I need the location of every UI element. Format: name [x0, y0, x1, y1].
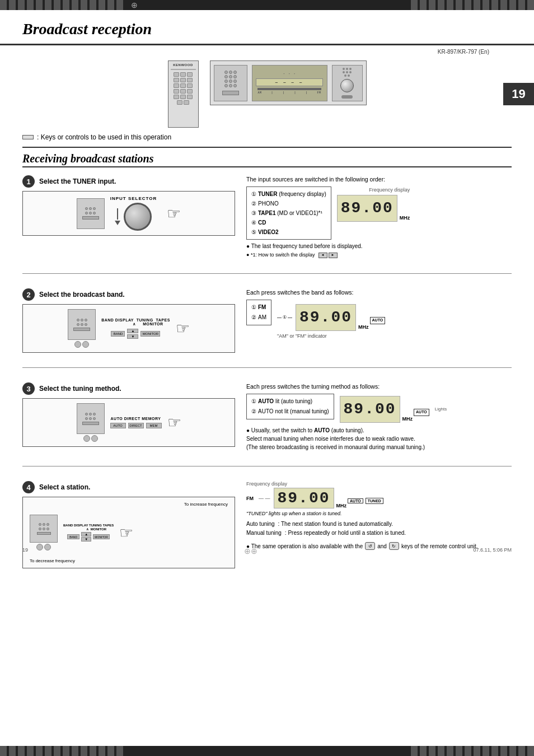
step1-note1: ● The last frequency tuned before is dis… [246, 242, 512, 250]
page-footer: 19 ⊕ 07.6.11, 5:06 PM [0, 545, 534, 557]
step4-freq-display: 89.00 MHz AUTO TUNED [274, 488, 383, 508]
step2-hand-icon: ☞ [176, 319, 190, 338]
step1-source-2: ②PHONO [251, 199, 326, 208]
step3-note-auto: ● Usually, set the switch to AUTO (auto … [246, 426, 512, 435]
auto-tuning-key: Auto tuning [246, 520, 275, 529]
step1-freq-display: 89.00 MHz [337, 195, 410, 222]
top-device-area: KENWOOD [22, 60, 512, 128]
step2-am-fm-note: "AM" or "FM" indicator [277, 333, 385, 340]
amp-illustration: · · · — — — — AM||||FM [210, 60, 367, 105]
step-2-right: Each press switches the band as follows:… [246, 288, 512, 340]
legend: : Keys or controls to be used in this op… [22, 133, 512, 141]
step-2-desc: Each press switches the band as follows:… [246, 288, 512, 340]
step4-decrease-label: To decrease frequency [30, 558, 75, 563]
step3-controls: AUTO DIRECT MEMORY AUTO DIRECT MEM [110, 417, 162, 428]
step-1-left: 1 Select the TUNER input. [22, 175, 235, 236]
step4-fm-badge: FM [246, 496, 254, 501]
step-4-label: Select a station. [39, 483, 90, 491]
step3-device [77, 403, 105, 442]
legend-rect [22, 135, 34, 139]
step-1-label: Select the TUNER input. [39, 178, 116, 185]
step-2-label: Select the broadcast band. [39, 291, 125, 298]
mini-btn-left: ◄ [318, 253, 327, 258]
step-1-right: The input sources are switched in the fo… [246, 175, 512, 259]
amp-display-panel: · · · — — — — AM||||FM [252, 65, 327, 101]
page-title: Broadcast reception [22, 20, 512, 38]
step4-tuned-badge: TUNED [366, 498, 383, 504]
step3-note-manual: Select manual tuning when noise interfer… [246, 435, 512, 443]
step-2-row: 2 Select the broadcast band. [22, 288, 512, 353]
step1-freq-digits: 89.00 [337, 195, 397, 222]
step3-note-stereo: (The stereo broadcasting is received in … [246, 443, 512, 451]
step-3-row: 3 Select the tuning method. [22, 382, 512, 451]
step-3-illustration: AUTO DIRECT MEMORY AUTO DIRECT MEM ☞ [22, 398, 235, 447]
step4-hand-icon: ☞ [119, 524, 133, 542]
step-4-illustration: To increase frequency [22, 497, 235, 568]
mini-btn-right: ► [329, 253, 338, 258]
step3-freq-unit: MHz [402, 416, 413, 423]
step3-right-title: Each press switches the turning method a… [246, 382, 512, 391]
step1-source-list: ①TUNER (frequency display) ②PHONO ③TAPE1… [246, 186, 331, 240]
step-3-number: 3 [22, 382, 35, 395]
step1-knob [124, 203, 152, 231]
step3-display-area: 89.00 MHz AUTO Lights [340, 394, 447, 423]
step-3-label: Select the tuning method. [39, 385, 121, 393]
manual-tuning-note: Manual tuning : Press repeatedly or hold… [246, 529, 512, 538]
step-1-row: 1 Select the TUNER input. [22, 175, 512, 259]
step2-right-title: Each press switches the band as follows: [246, 288, 512, 297]
step1-source-4: ④CD [251, 218, 326, 227]
step2-illus-label: BAND DISPLAY TUNING TAPES ∧ MONITOR [101, 318, 170, 326]
page-header: Broadcast reception [0, 10, 534, 45]
step1-right-title: The input sources are switched in the fo… [246, 175, 512, 184]
step3-illus-label: AUTO DIRECT MEMORY [111, 417, 161, 421]
step-3-desc: Each press switches the turning method a… [246, 382, 512, 451]
top-strip-left [0, 0, 123, 10]
step2-auto-indicator: AUTO [370, 317, 386, 324]
tuning-notes: Auto tuning : The next station found is … [246, 520, 512, 538]
step1-source-3: ③TAPE1 (MD or VIDEO1)*¹ [251, 208, 326, 218]
steps-area: 1 Select the TUNER input. [22, 175, 512, 568]
remote-logo: KENWOOD [173, 63, 193, 67]
step-3-right: Each press switches the turning method a… [246, 382, 512, 451]
step1-selector: INPUT SELECTOR [110, 196, 157, 231]
step-4-right: Frequency display FM — — 89.00 MHz AUTO … [246, 481, 512, 550]
auto-tuning-desc: : The next station found is tuned automa… [278, 520, 393, 529]
step2-device [68, 309, 96, 348]
step3-freq-digits: 89.00 [340, 396, 400, 423]
amplifier-device: · · · — — — — AM||||FM [210, 60, 367, 128]
step-1-header: 1 Select the TUNER input. [22, 175, 235, 188]
step3-hand-icon: ☞ [167, 413, 181, 432]
auto-tuning-note: Auto tuning : The next station found is … [246, 520, 512, 529]
manual-tuning-desc: : Press repeatedly or hold until a stati… [285, 529, 406, 538]
step4-increase-label: To increase frequency [30, 502, 228, 507]
step2-freq-display: 89.00 MHz AUTO [296, 304, 385, 331]
step1-freq-unit: MHz [400, 214, 410, 222]
divider-2 [22, 367, 512, 368]
step4-tuning-controls: BAND DISPLAY TUNING TAPES ∧ MONITOR BAND… [63, 524, 114, 542]
step2-controls: BAND DISPLAY TUNING TAPES ∧ MONITOR BAND… [101, 318, 170, 339]
step4-freq-digits: 89.00 [274, 488, 334, 508]
step3-auto-indicator: AUTO [414, 409, 429, 416]
step-1-desc: The input sources are switched in the fo… [246, 175, 512, 259]
divider-3 [22, 466, 512, 466]
step-2-left: 2 Select the broadcast band. [22, 288, 235, 353]
amp-right-panel [332, 65, 363, 101]
footer-date: 07.6.11, 5:06 PM [473, 547, 512, 555]
step1-freq-right: Frequency display 89.00 MHz [337, 186, 410, 222]
amp-knob [340, 79, 354, 92]
step1-note2: ● *1: How to switch the display ◄ ► [246, 251, 512, 259]
step2-freq-unit: MHz [358, 324, 369, 332]
step-2-illustration: BAND DISPLAY TUNING TAPES ∧ MONITOR BAND… [22, 304, 235, 353]
step4-tuned-note: "TUNED" lights up when a station is tune… [246, 511, 512, 516]
bottom-strip [0, 746, 534, 756]
step-4-number: 4 [22, 481, 35, 493]
step2-band-list: ①FM ②AM [246, 300, 271, 325]
top-strip [0, 0, 534, 10]
model-number: KR-897/KR-797 (En) [0, 49, 534, 55]
bottom-strip-left [0, 746, 123, 756]
step1-source-1: ①TUNER (frequency display) [251, 189, 326, 199]
step-2-header: 2 Select the broadcast band. [22, 288, 235, 301]
legend-text: : Keys or controls to be used in this op… [37, 133, 171, 141]
step4-auto-indicator: AUTO [348, 498, 363, 503]
mini-buttons: ◄ ► [318, 253, 338, 258]
